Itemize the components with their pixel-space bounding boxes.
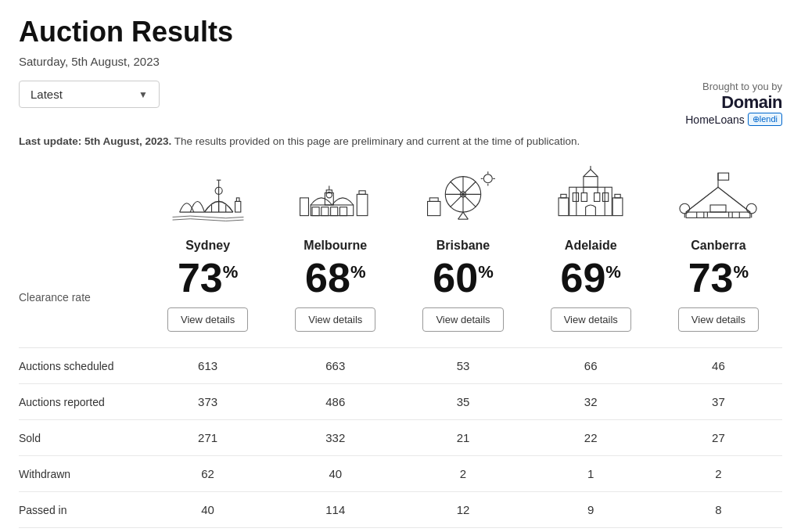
svg-rect-20 — [357, 194, 368, 215]
last-update-text: Last update: 5th August, 2023. The resul… — [19, 135, 782, 147]
svg-rect-13 — [330, 207, 337, 216]
city-col-canberra: Canberra 73 % View details — [655, 166, 782, 332]
view-details-button-brisbane[interactable]: View details — [422, 307, 503, 332]
city-col-sydney: Sydney 73 % View details — [144, 166, 271, 332]
city-col-brisbane: Brisbane 60 % View details — [399, 166, 526, 332]
svg-rect-51 — [612, 198, 623, 216]
city-illustration-canberra — [679, 166, 757, 232]
stat-value-auctions_reported-canberra: 37 — [655, 395, 782, 408]
city-name-melbourne: Melbourne — [304, 239, 367, 253]
clearance-rate-number: 60 — [433, 257, 478, 298]
chevron-down-icon: ▼ — [138, 89, 148, 100]
clearance-rate-brisbane: 60 % — [433, 257, 493, 298]
stat-value-sold-canberra: 27 — [655, 431, 782, 444]
svg-rect-14 — [339, 207, 347, 216]
stat-value-passed_in-canberra: 8 — [655, 503, 782, 516]
svg-point-63 — [680, 203, 690, 214]
svg-rect-42 — [581, 193, 587, 202]
svg-rect-19 — [300, 198, 308, 216]
svg-rect-37 — [429, 198, 438, 202]
city-illustration-melbourne — [296, 166, 375, 232]
stat-value-auctions_scheduled-adelaide: 66 — [527, 359, 655, 372]
stat-value-auctions_scheduled-brisbane: 53 — [399, 359, 526, 372]
stats-section: Auctions scheduled613663536646Auctions r… — [19, 348, 782, 528]
city-illustration-adelaide — [551, 166, 630, 232]
clearance-rate-canberra: 73 % — [688, 257, 749, 298]
lendi-badge: ⊕lendi — [748, 113, 782, 126]
city-name-adelaide: Adelaide — [565, 239, 617, 253]
svg-rect-58 — [710, 205, 726, 212]
stat-value-sold-melbourne: 332 — [271, 431, 399, 444]
stat-value-withdrawn-adelaide: 1 — [527, 467, 655, 480]
svg-rect-8 — [235, 201, 240, 212]
svg-point-65 — [747, 203, 757, 214]
stat-value-sold-adelaide: 22 — [527, 431, 655, 444]
stat-value-auctions_scheduled-melbourne: 663 — [271, 359, 399, 372]
cities-section: Clearance rate Sydney 73 % View deta — [19, 166, 782, 348]
svg-rect-21 — [359, 191, 365, 195]
stat-values-auctions_scheduled: 613663536646 — [144, 359, 782, 372]
domain-logo: Domain — [721, 92, 782, 113]
clearance-rate-number: 69 — [561, 257, 606, 298]
svg-rect-43 — [594, 193, 600, 202]
cities-grid: Sydney 73 % View details Melbourne 68 % — [144, 166, 782, 332]
city-illustration-sydney — [169, 166, 247, 232]
domain-logo-group: Domain HomeLoans ⊕lendi — [685, 92, 782, 126]
clearance-rate-pct: % — [478, 262, 494, 282]
stat-value-sold-brisbane: 21 — [399, 431, 526, 444]
clearance-rate-pct: % — [605, 262, 621, 282]
clearance-rate-number: 73 — [688, 257, 734, 298]
view-details-button-canberra[interactable]: View details — [678, 307, 759, 332]
city-col-adelaide: Adelaide 69 % View details — [527, 166, 655, 332]
stat-value-auctions_reported-sydney: 373 — [144, 395, 271, 408]
view-details-button-melbourne[interactable]: View details — [295, 307, 375, 332]
clearance-rate-pct: % — [734, 262, 749, 282]
svg-line-29 — [463, 212, 468, 219]
view-details-button-adelaide[interactable]: View details — [551, 307, 631, 332]
period-dropdown[interactable]: Latest ▼ — [19, 81, 160, 108]
stat-value-auctions_reported-melbourne: 486 — [271, 395, 399, 408]
stat-value-passed_in-melbourne: 114 — [271, 503, 399, 516]
svg-rect-11 — [312, 207, 319, 216]
stat-label-auctions_reported: Auctions reported — [19, 396, 144, 408]
branding-section: Brought to you by Domain HomeLoans ⊕lend… — [685, 81, 782, 126]
stat-row-sold: Sold271332212227 — [19, 420, 782, 456]
city-name-brisbane: Brisbane — [436, 239, 490, 253]
svg-rect-55 — [718, 173, 729, 180]
view-details-button-sydney[interactable]: View details — [167, 307, 248, 332]
stat-label-passed_in: Passed in — [19, 504, 144, 516]
stat-values-withdrawn: 6240212 — [144, 467, 782, 480]
svg-rect-49 — [559, 198, 569, 216]
svg-rect-12 — [321, 207, 329, 216]
svg-rect-39 — [584, 177, 598, 188]
clearance-rate-pct: % — [350, 262, 366, 282]
clearance-rate-sydney: 73 % — [178, 257, 238, 298]
svg-rect-52 — [615, 194, 620, 198]
stat-value-auctions_scheduled-sydney: 613 — [144, 359, 271, 372]
stat-value-sold-sydney: 271 — [144, 431, 271, 444]
home-loans-logo: HomeLoans ⊕lendi — [685, 113, 782, 126]
stat-value-withdrawn-canberra: 2 — [655, 467, 782, 480]
stat-value-auctions_reported-adelaide: 32 — [527, 395, 655, 408]
date-subtitle: Saturday, 5th August, 2023 — [19, 55, 782, 68]
stat-value-withdrawn-melbourne: 40 — [271, 467, 399, 480]
city-col-melbourne: Melbourne 68 % View details — [271, 166, 399, 332]
svg-line-28 — [458, 212, 463, 219]
clearance-rate-number: 73 — [178, 257, 223, 298]
city-name-sydney: Sydney — [185, 239, 230, 253]
stat-label-withdrawn: Withdrawn — [19, 468, 144, 480]
stat-value-withdrawn-sydney: 62 — [144, 467, 271, 480]
svg-rect-9 — [236, 198, 239, 202]
stat-value-passed_in-brisbane: 12 — [399, 503, 526, 516]
svg-rect-50 — [561, 194, 566, 198]
stat-values-sold: 271332212227 — [144, 431, 782, 444]
top-bar: Latest ▼ Brought to you by Domain HomeLo… — [19, 81, 782, 126]
clearance-rate-label: Clearance rate — [19, 291, 91, 304]
stat-values-auctions_reported: 373486353237 — [144, 395, 782, 408]
clearance-rate-melbourne: 68 % — [305, 257, 365, 298]
svg-rect-41 — [573, 193, 578, 202]
stat-label-auctions_scheduled: Auctions scheduled — [19, 360, 144, 372]
svg-rect-36 — [428, 201, 440, 215]
stat-value-withdrawn-brisbane: 2 — [399, 467, 526, 480]
clearance-rate-adelaide: 69 % — [561, 257, 621, 298]
